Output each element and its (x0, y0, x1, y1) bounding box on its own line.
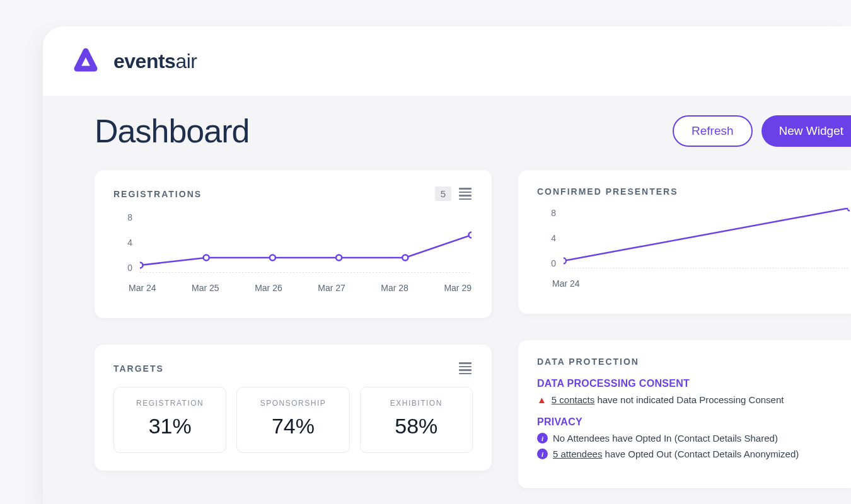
x-tick: Mar 28 (381, 283, 408, 293)
count-badge: 5 (435, 186, 451, 201)
title-row: Dashboard Refresh New Widget (95, 112, 851, 150)
logo[interactable]: eventsair (68, 43, 197, 79)
svg-point-2 (204, 255, 209, 261)
dp-heading: PRIVACY (537, 416, 851, 428)
target-label: SPONSORSHIP (243, 399, 342, 408)
dp-row: iNo Attendees have Opted In (Contact Det… (537, 433, 851, 444)
x-tick: Mar 24 (552, 278, 580, 289)
target-value: 31% (120, 414, 219, 438)
card-title: DATA PROTECTION (537, 357, 639, 367)
target-value: 74% (243, 414, 342, 438)
card-title: REGISTRATIONS (113, 189, 202, 199)
x-tick: Mar 27 (318, 283, 345, 293)
new-widget-button[interactable]: New Widget (761, 115, 851, 147)
target-tile: EXHIBITION58% (360, 387, 473, 453)
info-icon: i (537, 449, 548, 459)
target-tile: REGISTRATION31% (113, 387, 226, 453)
header-bar: eventsair (43, 26, 851, 96)
svg-point-4 (336, 255, 342, 261)
content-area: Dashboard Refresh New Widget REGISTRATIO… (43, 96, 851, 488)
x-tick: Mar 26 (255, 283, 282, 293)
dp-link[interactable]: 5 contacts (552, 394, 594, 405)
x-tick: Mar 25 (192, 283, 219, 293)
card-title: CONFIRMED PRESENTERS (537, 186, 678, 197)
card-menu-icon[interactable] (458, 361, 473, 375)
info-icon: i (537, 433, 548, 444)
svg-point-1 (140, 263, 143, 268)
card-menu-icon[interactable] (458, 186, 473, 201)
dp-heading: DATA PROCESSING CONSENT (537, 378, 851, 389)
page-title: Dashboard (95, 112, 249, 150)
refresh-button[interactable]: Refresh (673, 115, 753, 147)
svg-point-6 (468, 232, 472, 238)
x-tick: Mar 29 (444, 283, 472, 293)
registrations-chart: 8 4 0 Mar 24Mar 25Mar 26Mar 27Mar 28Mar … (113, 212, 473, 301)
dp-row: ▲5 contacts have not indicated Data Proc… (537, 394, 851, 405)
confirmed-presenters-chart: 8 4 0 Mar 24 (537, 208, 851, 296)
target-value: 58% (367, 414, 466, 438)
svg-point-3 (270, 255, 275, 261)
target-tile: SPONSORSHIP74% (236, 387, 349, 453)
dp-row: i5 attendees have Opted Out (Contact Det… (537, 449, 851, 459)
svg-point-5 (402, 255, 408, 261)
confirmed-presenters-card: CONFIRMED PRESENTERS 8 4 0 Mar 24 (518, 170, 851, 314)
targets-card: TARGETS REGISTRATION31%SPONSORSHIP74%EXH… (95, 345, 492, 471)
app-frame: eventsair Dashboard Refresh New Widget R… (43, 26, 851, 504)
widgets-grid: REGISTRATIONS 5 8 4 0 Mar 24Ma (95, 170, 851, 488)
svg-point-8 (564, 258, 566, 264)
data-protection-card: DATA PROTECTION DATA PROCESSING CONSENT▲… (518, 340, 851, 488)
svg-point-9 (847, 208, 850, 211)
logo-icon (68, 43, 103, 79)
warning-icon: ▲ (537, 394, 547, 405)
logo-text: eventsair (113, 50, 197, 73)
target-label: EXHIBITION (367, 399, 466, 408)
target-label: REGISTRATION (120, 399, 219, 408)
card-title: TARGETS (113, 364, 164, 374)
action-buttons: Refresh New Widget (673, 115, 851, 147)
x-tick: Mar 24 (129, 283, 156, 293)
dp-link[interactable]: 5 attendees (553, 449, 602, 459)
registrations-card: REGISTRATIONS 5 8 4 0 Mar 24Ma (95, 170, 492, 318)
